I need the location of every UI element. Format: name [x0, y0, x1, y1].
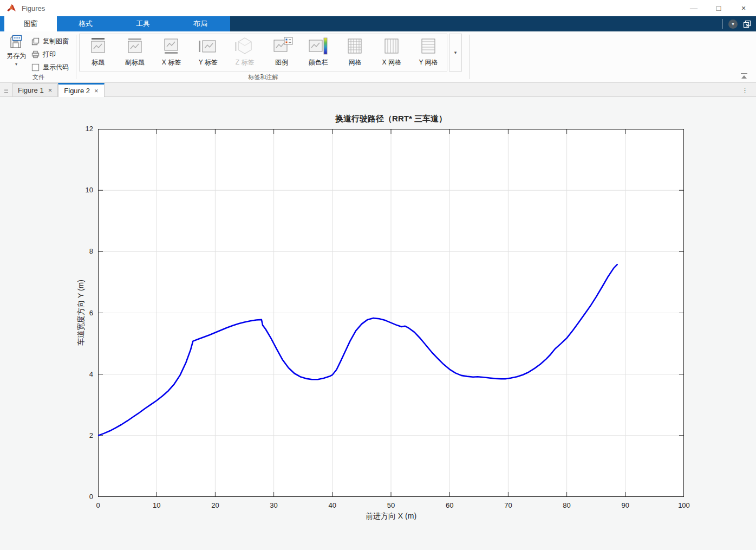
figure-tab-bar: Figure 1 × Figure 2 × ⋮ [0, 83, 756, 97]
plot-axes[interactable] [98, 129, 684, 497]
plot-area [98, 129, 684, 497]
x-tick-label: 80 [555, 501, 579, 509]
title-icon [87, 37, 109, 56]
checkbox-unchecked-icon [31, 63, 40, 72]
y-tick-label: 0 [74, 493, 93, 501]
print-icon [31, 50, 40, 59]
x-tick-label: 10 [145, 501, 168, 509]
app-title: Figures [22, 4, 45, 12]
ribbon-tab-figure[interactable]: 图窗 [4, 16, 57, 31]
header-separator [722, 19, 723, 29]
y-grid-icon [417, 37, 440, 56]
gallery-item-ygrid[interactable]: Y 网格 [410, 34, 447, 71]
grid-icon [343, 37, 366, 56]
gallery-item-colorbar[interactable]: 颜色栏 [300, 34, 337, 71]
gallery-item-xlabel[interactable]: X 标签 [153, 34, 190, 71]
gallery-item-xgrid[interactable]: X 网格 [373, 34, 410, 71]
gallery-item-grid[interactable]: 网格 [337, 34, 374, 71]
x-tick-label: 60 [438, 501, 461, 509]
x-grid-icon [380, 37, 403, 56]
print-label: 打印 [43, 50, 56, 59]
x-axis-label: 前进方向 X (m) [98, 512, 684, 521]
maximize-button[interactable]: □ [706, 0, 731, 16]
annotation-gallery: 标题 副标题 X 标签 [79, 34, 447, 72]
y-tick-label: 10 [74, 186, 93, 194]
title-bar: Figures — □ × [0, 0, 756, 16]
show-code-checkbox[interactable]: 显示代码 [31, 62, 69, 73]
save-as-button[interactable]: 另存为 ▾ [4, 35, 28, 74]
show-code-label: 显示代码 [43, 63, 69, 72]
undock-window-icon[interactable] [743, 20, 752, 28]
tab-figure-2[interactable]: Figure 2 × [58, 83, 104, 97]
save-as-caret-icon: ▾ [15, 62, 17, 67]
y-tick-label: 8 [74, 247, 93, 255]
copy-figure-label: 复制图窗 [43, 37, 69, 46]
y-label-icon [197, 37, 219, 56]
gallery-item-zlabel: Z 标签 [226, 34, 263, 71]
copy-icon [31, 37, 40, 46]
tab-figure-1[interactable]: Figure 1 × [12, 83, 58, 96]
tab-overflow-menu-icon[interactable]: ⋮ [741, 86, 748, 94]
gallery-item-label: 图例 [275, 58, 288, 67]
file-group: 另存为 ▾ 复制图窗 打印 [3, 34, 74, 81]
minimize-ribbon-icon[interactable]: ▾ [728, 20, 738, 29]
y-axis-label: 车道宽度方向 Y (m) [76, 280, 86, 346]
file-group-label: 文件 [3, 73, 74, 81]
gallery-item-label: 颜色栏 [309, 58, 328, 67]
gallery-item-label: Z 标签 [236, 58, 255, 67]
x-tick-label: 100 [672, 501, 696, 509]
ribbon-tab-row: 图窗 格式 工具 布局 ▾ [0, 16, 756, 31]
ribbon-tab-tools[interactable]: 工具 [114, 16, 172, 31]
print-button[interactable]: 打印 [31, 49, 69, 60]
gallery-item-label: 标题 [92, 58, 105, 67]
ribbon-tab-layout[interactable]: 布局 [172, 16, 229, 31]
matlab-logo-icon [6, 3, 16, 13]
close-button[interactable]: × [731, 0, 756, 16]
minimize-button[interactable]: — [681, 0, 706, 16]
annotation-group: 标题 副标题 X 标签 [79, 34, 467, 81]
tab-figure-1-label: Figure 1 [18, 86, 44, 94]
tabbar-drag-handle-icon[interactable] [0, 85, 12, 96]
gallery-item-label: Y 标签 [199, 58, 218, 67]
gallery-item-title[interactable]: 标题 [80, 34, 116, 71]
gallery-item-label: X 网格 [382, 58, 401, 67]
gallery-item-label: 副标题 [125, 58, 145, 67]
toolbar-separator [469, 35, 470, 79]
x-tick-label: 20 [203, 501, 227, 509]
gallery-expand-button[interactable]: ▾ [449, 34, 462, 72]
x-tick-label: 50 [379, 501, 403, 509]
annotation-group-label: 标签和注解 [79, 71, 447, 81]
copy-figure-button[interactable]: 复制图窗 [31, 36, 69, 47]
z-label-icon [233, 37, 256, 56]
x-tick-label: 30 [262, 501, 286, 509]
y-tick-label: 2 [74, 431, 93, 439]
gallery-item-ylabel[interactable]: Y 标签 [190, 34, 226, 71]
x-tick-label: 70 [496, 501, 520, 509]
tab-figure-2-label: Figure 2 [64, 87, 90, 95]
gallery-item-subtitle[interactable]: 副标题 [116, 34, 153, 71]
tab-figure-2-close-icon[interactable]: × [94, 87, 99, 95]
tab-figure-1-close-icon[interactable]: × [48, 86, 53, 94]
chart-title: 换道行驶路径（RRT* 三车道） [98, 114, 684, 124]
y-tick-label: 4 [74, 370, 93, 378]
x-label-icon [160, 37, 183, 56]
gallery-item-label: 网格 [348, 58, 361, 67]
toolbar-separator [76, 35, 76, 79]
gallery-item-label: X 标签 [162, 58, 181, 67]
ribbon-tab-format[interactable]: 格式 [57, 16, 114, 31]
subtitle-icon [123, 37, 146, 56]
figures-window: Figures — □ × 图窗 格式 工具 布局 ▾ [0, 0, 756, 550]
save-icon [8, 35, 24, 50]
x-tick-label: 40 [321, 501, 344, 509]
figure-canvas: 换道行驶路径（RRT* 三车道） 01020304050607080901000… [0, 97, 756, 550]
x-tick-label: 0 [86, 501, 110, 509]
save-as-label: 另存为 [6, 51, 26, 61]
legend-icon [270, 37, 293, 56]
y-tick-label: 12 [74, 125, 93, 133]
ribbon-toolbar: 另存为 ▾ 复制图窗 打印 [0, 31, 756, 83]
gallery-item-label: Y 网格 [419, 58, 438, 67]
collapse-ribbon-icon[interactable] [740, 73, 748, 79]
colorbar-icon [307, 37, 330, 56]
gallery-item-legend[interactable]: 图例 [263, 34, 300, 71]
x-tick-label: 90 [614, 501, 637, 509]
